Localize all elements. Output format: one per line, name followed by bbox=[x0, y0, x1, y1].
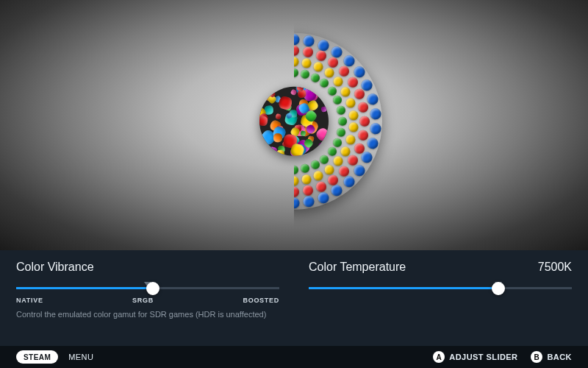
vibrance-max-label: BOOSTED bbox=[243, 297, 279, 304]
back-label: BACK bbox=[547, 353, 572, 361]
temperature-slider-thumb[interactable] bbox=[492, 282, 505, 295]
temperature-value: 7500K bbox=[538, 261, 572, 274]
preview-image bbox=[0, 0, 588, 250]
display-calibration-screen: Color Vibrance NATIVE SRGB BOOSTED Contr… bbox=[0, 0, 588, 368]
vibrance-scale-labels: NATIVE SRGB BOOSTED bbox=[16, 297, 279, 304]
temperature-title: Color Temperature bbox=[309, 261, 406, 274]
vibrance-min-label: NATIVE bbox=[16, 297, 43, 304]
temperature-control: Color Temperature 7500K bbox=[309, 261, 572, 346]
vibrance-slider[interactable] bbox=[16, 287, 279, 289]
menu-label[interactable]: MENU bbox=[68, 353, 93, 361]
adjust-slider-label: ADJUST SLIDER bbox=[449, 353, 517, 361]
vibrance-description: Control the emulated color gamut for SDR… bbox=[16, 310, 279, 319]
candy-graphic bbox=[198, 26, 390, 217]
footer-bar: STEAM MENU A ADJUST SLIDER B BACK bbox=[0, 346, 588, 368]
vibrance-title: Color Vibrance bbox=[16, 261, 94, 274]
temperature-slider[interactable] bbox=[309, 287, 572, 289]
settings-panel: Color Vibrance NATIVE SRGB BOOSTED Contr… bbox=[0, 250, 588, 346]
vibrance-control: Color Vibrance NATIVE SRGB BOOSTED Contr… bbox=[16, 261, 279, 346]
b-button-icon: B bbox=[531, 351, 542, 363]
vibrance-mid-label: SRGB bbox=[132, 297, 154, 304]
a-button-icon: A bbox=[433, 351, 445, 363]
back-hint: B BACK bbox=[531, 351, 572, 363]
steam-button[interactable]: STEAM bbox=[16, 350, 58, 364]
adjust-slider-hint: A ADJUST SLIDER bbox=[433, 351, 517, 363]
vibrance-slider-thumb[interactable] bbox=[146, 282, 159, 295]
